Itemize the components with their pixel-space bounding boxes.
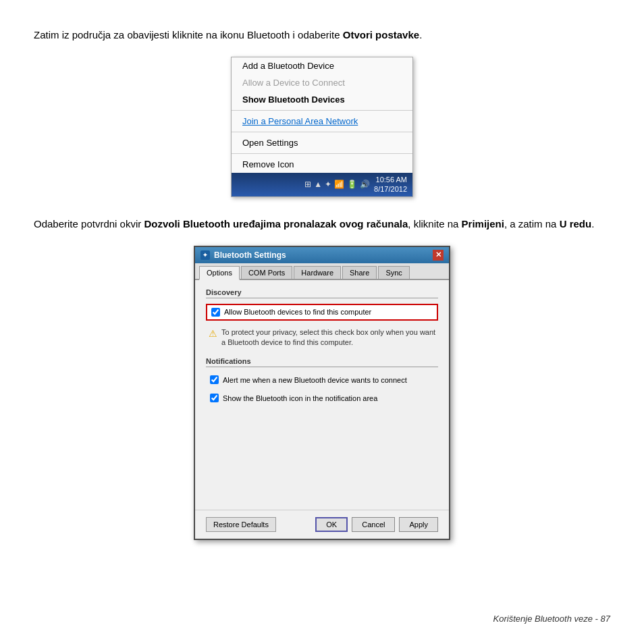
context-menu: Add a Bluetooth Device Allow a Device to… xyxy=(231,57,413,197)
restore-defaults-button[interactable]: Restore Defaults xyxy=(206,517,276,532)
ok-button[interactable]: OK xyxy=(315,517,348,532)
taskbar-icon-grid: ⊞ xyxy=(304,180,311,189)
apply-button[interactable]: Apply xyxy=(399,517,438,532)
cancel-button[interactable]: Cancel xyxy=(352,517,395,532)
discovery-section-label: Discovery xyxy=(206,288,438,298)
taskbar-icon-signal: 📶 xyxy=(334,180,344,189)
menu-item-personal-area[interactable]: Join a Personal Area Network xyxy=(232,113,412,130)
second-text-before: Odaberite potvrdni okvir xyxy=(34,218,144,230)
show-icon-checkbox-label: Show the Bluetooth icon in the notificat… xyxy=(223,394,377,402)
taskbar-icon-volume: 🔊 xyxy=(360,180,370,189)
notifications-section: Notifications Alert me when a new Blueto… xyxy=(206,357,438,405)
bt-bottom-buttons: Restore Defaults OK Cancel Apply xyxy=(195,510,449,539)
bt-settings-dialog: ✦ Bluetooth Settings ✕ Options COM Ports… xyxy=(194,246,450,540)
second-text-after: . xyxy=(591,218,594,230)
tab-options[interactable]: Options xyxy=(199,266,240,280)
tab-hardware[interactable]: Hardware xyxy=(294,266,341,279)
bt-titlebar-left: ✦ Bluetooth Settings xyxy=(200,250,286,260)
bt-dialog-screenshot: ✦ Bluetooth Settings ✕ Options COM Ports… xyxy=(34,246,610,540)
menu-item-add-device[interactable]: Add a Bluetooth Device xyxy=(232,57,412,74)
warning-text: To protect your privacy, select this che… xyxy=(221,327,438,348)
warning-icon: ⚠ xyxy=(209,328,217,348)
second-text-mid: , kliknite na xyxy=(408,218,461,230)
taskbar-time: 10:56 AM 8/17/2012 xyxy=(374,175,407,194)
bt-content: Discovery Allow Bluetooth devices to fin… xyxy=(195,280,449,510)
menu-item-allow-connect: Allow a Device to Connect xyxy=(232,74,412,91)
second-paragraph: Odaberite potvrdni okvir Dozvoli Bluetoo… xyxy=(34,216,610,232)
second-bold3: U redu xyxy=(560,218,592,230)
taskbar-icon-bluetooth: ✦ xyxy=(325,180,331,189)
notif-checkbox[interactable] xyxy=(210,375,219,384)
taskbar-icon-battery: 🔋 xyxy=(347,180,357,189)
discovery-checkbox-row: Allow Bluetooth devices to find this com… xyxy=(206,304,438,321)
discovery-checkbox[interactable] xyxy=(211,308,220,317)
menu-separator-1 xyxy=(232,110,412,111)
notif-checkbox-label: Alert me when a new Bluetooth device wan… xyxy=(223,376,407,384)
show-icon-checkbox[interactable] xyxy=(210,394,219,402)
second-bold1: Dozvoli Bluetooth uređajima pronalazak o… xyxy=(144,218,408,230)
notifications-section-label: Notifications xyxy=(206,357,438,367)
warning-row: ⚠ To protect your privacy, select this c… xyxy=(206,325,438,354)
bt-tabs[interactable]: Options COM Ports Hardware Share Sync xyxy=(195,263,449,280)
intro-paragraph: Zatim iz područja za obavijesti kliknite… xyxy=(34,27,610,43)
second-text-mid2: , a zatim na xyxy=(504,218,560,230)
taskbar-icon-arrow: ▲ xyxy=(314,180,322,189)
bt-dialog-title: Bluetooth Settings xyxy=(214,250,286,260)
menu-separator-2 xyxy=(232,132,412,132)
context-menu-screenshot: Add a Bluetooth Device Allow a Device to… xyxy=(34,57,610,197)
intro-bold: Otvori postavke xyxy=(343,29,419,41)
second-bold2: Primijeni xyxy=(462,218,504,230)
discovery-checkbox-label: Allow Bluetooth devices to find this com… xyxy=(224,308,371,316)
bt-icon-symbol: ✦ xyxy=(203,252,208,259)
menu-item-show-devices[interactable]: Show Bluetooth Devices xyxy=(232,91,412,108)
bt-titlebar: ✦ Bluetooth Settings ✕ xyxy=(195,247,449,263)
bt-dialog-icon: ✦ xyxy=(200,250,210,260)
tab-sync[interactable]: Sync xyxy=(378,266,409,279)
tab-share[interactable]: Share xyxy=(342,266,377,279)
menu-item-remove-icon[interactable]: Remove Icon xyxy=(232,156,412,173)
tab-com-ports[interactable]: COM Ports xyxy=(241,266,292,279)
show-icon-checkbox-row: Show the Bluetooth icon in the notificat… xyxy=(206,391,438,405)
intro-text-after: . xyxy=(419,29,422,41)
notif-checkbox-row: Alert me when a new Bluetooth device wan… xyxy=(206,373,438,387)
bt-close-button[interactable]: ✕ xyxy=(433,250,444,261)
menu-separator-3 xyxy=(232,153,412,154)
taskbar-clock: 10:56 AM xyxy=(374,175,407,184)
page-footer: Korištenje Bluetooth veze - 87 xyxy=(493,614,610,624)
page-footer-text: Korištenje Bluetooth veze - 87 xyxy=(493,614,610,624)
taskbar-date: 8/17/2012 xyxy=(374,184,407,194)
intro-text-before: Zatim iz područja za obavijesti kliknite… xyxy=(34,29,343,41)
menu-item-open-settings[interactable]: Open Settings xyxy=(232,134,412,151)
taskbar-icons: ⊞ ▲ ✦ 📶 🔋 🔊 xyxy=(304,180,370,189)
taskbar-strip: ⊞ ▲ ✦ 📶 🔋 🔊 10:56 AM 8/17/2012 xyxy=(232,173,412,196)
